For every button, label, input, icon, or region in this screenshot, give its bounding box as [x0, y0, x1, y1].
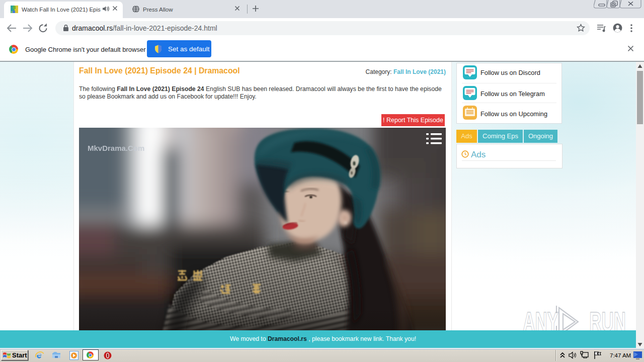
svg-text:MkvDrama.Com: MkvDrama.Com: [88, 144, 144, 152]
